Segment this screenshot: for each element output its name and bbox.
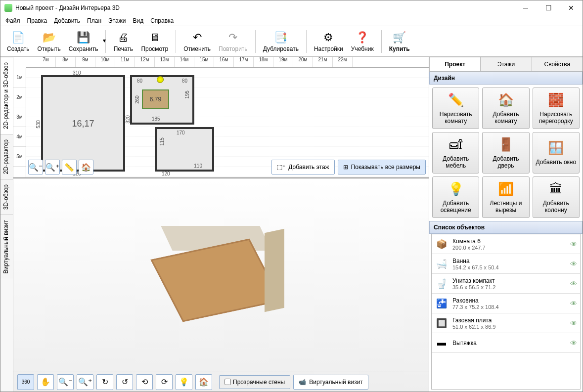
design-icon: 🛋 [448,136,464,153]
view-3d-area[interactable]: 360 ✋ 🔍⁻ 🔍⁺ ↻ ↺ ⟲ ⟳ 💡 🏠 Прозрачные стены [13,178,429,392]
zoom-out-3d-button[interactable]: 🔍⁻ [57,374,74,390]
design-button-0[interactable]: ✏️Нарисовать комнату [432,87,479,129]
visibility-toggle-icon[interactable]: 👁 [570,300,577,307]
design-icon: 🧱 [547,92,564,109]
selected-object[interactable]: 6,79 [142,89,169,109]
orbit-360-button[interactable]: 360 [17,374,34,390]
model-3d [167,226,275,325]
object-list[interactable]: 📦Комната 6200.0 x 247.7👁🛁Ванна154.2 x 67… [431,234,581,390]
object-icon: 🚽 [435,277,448,291]
design-button-1[interactable]: 🏠Добавить комнату [482,87,529,129]
toolbar-open-button[interactable]: 📂Открыть [34,28,64,55]
vtab-2d[interactable]: 2D-редактор [0,134,13,179]
add-floor-icon: ⬚⁺ [277,164,285,171]
menu-floors[interactable]: Этажи [108,17,126,24]
visibility-toggle-icon[interactable]: 👁 [570,339,577,347]
object-item-1[interactable]: 🛁Ванна154.2 x 67.5 x 50.4👁 [432,254,580,274]
object-item-3[interactable]: 🚰Раковина77.3 x 75.2 x 108.4👁 [432,294,580,313]
virtual-visit-button[interactable]: 📹 Виртуальный визит [293,375,368,390]
menu-file[interactable]: Файл [5,17,20,24]
toolbar-buy-button[interactable]: 🛒Купить [386,28,413,55]
rotate-cw-button[interactable]: ↻ [96,374,113,390]
design-button-6[interactable]: 💡Добавить освещение [432,176,479,218]
rtab-project[interactable]: Проект [429,57,481,71]
zoom-in-3d-button[interactable]: 🔍⁺ [77,374,93,390]
vtab-virtual[interactable]: Виртуальный визит [0,215,13,279]
object-icon: 🛁 [435,257,448,271]
titlebar: Новый проект - Дизайн Интерьера 3D ─ ☐ ✕ [0,0,583,15]
toolbar-redo-button[interactable]: ↷Повторить [215,28,251,55]
toolbar-undo-button[interactable]: ↶Отменить [180,28,214,55]
plan-tools: 🔍⁻ 🔍⁺ 📏 🏠 [28,160,93,174]
ruler-horizontal: 7м8м9м10м11м12м13м14м15м16м17м18м19м20м2… [26,57,429,68]
toolbar-save-button[interactable]: 💾Сохранить▾ [65,28,102,55]
zoom-out-button[interactable]: 🔍⁻ [28,160,43,174]
visibility-toggle-icon[interactable]: 👁 [570,319,577,327]
undo-icon: ↶ [190,31,204,44]
object-item-0[interactable]: 📦Комната 6200.0 x 247.7👁 [432,234,580,254]
design-button-4[interactable]: 🚪Добавить дверь [482,132,529,174]
home-button[interactable]: 🏠 [79,160,93,174]
room-1[interactable]: 16,17 310 530 320 120 [41,75,125,172]
object-item-4[interactable]: 🔲Газовая плита51.0 x 62.1 x 86.9👁 [432,313,580,333]
render-canvas[interactable] [13,178,429,372]
rotate-ccw-button[interactable]: ↺ [116,374,133,390]
menu-help[interactable]: Справка [150,17,174,24]
plan-2d-area[interactable]: 7м8м9м10м11м12м13м14м15м16м17м18м19м20м2… [13,57,429,178]
view-3d-toolbar: 360 ✋ 🔍⁻ 🔍⁺ ↻ ↺ ⟲ ⟳ 💡 🏠 Прозрачные стены [13,372,429,392]
duplicate-icon: 📑 [274,31,288,44]
pan-button[interactable]: ✋ [37,374,54,390]
toolbar-duplicate-button[interactable]: 📑Дублировать [260,28,302,55]
preview-icon: 🖥 [148,31,162,44]
transparent-walls-checkbox[interactable]: Прозрачные стены [219,375,290,389]
toolbar-settings-button[interactable]: ⚙Настройки [311,28,347,55]
vtab-2d-3d[interactable]: 2D-редактор и 3D-обзор [0,57,13,134]
design-button-5[interactable]: 🪟Добавить окно [533,132,580,174]
design-icon: 🚪 [497,136,514,153]
zoom-in-button[interactable]: 🔍⁺ [45,160,60,174]
room-3[interactable]: 170 115 110 120 [155,127,214,172]
show-dimensions-button[interactable]: ⊞ Показывать все размеры [338,160,426,174]
home-3d-button[interactable]: 🏠 [195,374,212,390]
toolbar-help-button[interactable]: ❓Учебник [348,28,377,55]
design-button-2[interactable]: 🧱Нарисовать перегородку [533,87,580,129]
tilt-left-button[interactable]: ⟲ [136,374,153,390]
add-floor-button[interactable]: ⬚⁺ Добавить этаж [271,160,334,174]
visibility-toggle-icon[interactable]: 👁 [570,280,577,288]
app-icon [4,4,12,12]
maximize-button[interactable]: ☐ [537,0,560,15]
light-button[interactable]: 💡 [176,374,192,390]
menu-view[interactable]: Вид [133,17,143,24]
design-button-3[interactable]: 🛋Добавить мебель [432,132,479,174]
open-icon: 📂 [42,31,56,44]
rtab-floors[interactable]: Этажи [480,57,532,71]
rtab-properties[interactable]: Свойства [532,57,583,71]
menu-edit[interactable]: Правка [27,17,47,24]
minimize-button[interactable]: ─ [514,0,537,15]
object-item-2[interactable]: 🚽Унитаз компакт35.6 x 56.5 x 71.2👁 [432,274,580,294]
visibility-toggle-icon[interactable]: 👁 [570,240,577,248]
design-section-header: Дизайн [429,72,583,85]
toolbar-print-button[interactable]: 🖨Печать [110,28,136,55]
visibility-toggle-icon[interactable]: 👁 [570,260,577,268]
object-icon: ▬ [435,336,448,350]
close-button[interactable]: ✕ [560,0,583,15]
design-button-8[interactable]: 🏛Добавить колонну [533,176,580,218]
object-item-5[interactable]: ▬Вытяжка👁 [432,333,580,353]
settings-icon: ⚙ [321,31,335,44]
vtab-3d[interactable]: 3D-обзор [0,179,13,215]
menu-plan[interactable]: План [87,17,101,24]
buy-icon: 🛒 [393,31,406,44]
menu-add[interactable]: Добавить [54,17,80,24]
toolbar-preview-button[interactable]: 🖥Просмотр [137,28,172,55]
rotation-marker[interactable] [157,76,164,83]
design-button-7[interactable]: 📶Лестницы и вырезы [482,176,529,218]
room-2[interactable]: 80 80 260 195 185 6,79 [130,75,194,125]
toolbar-new-button[interactable]: 📄Создать [3,28,33,55]
tilt-right-button[interactable]: ⟳ [156,374,173,390]
measure-button[interactable]: 📏 [62,160,77,174]
redo-icon: ↷ [226,31,240,44]
room-1-area: 16,17 [72,118,94,129]
dropdown-arrow-icon[interactable]: ▾ [103,37,106,44]
app-window: Новый проект - Дизайн Интерьера 3D ─ ☐ ✕… [0,0,583,392]
